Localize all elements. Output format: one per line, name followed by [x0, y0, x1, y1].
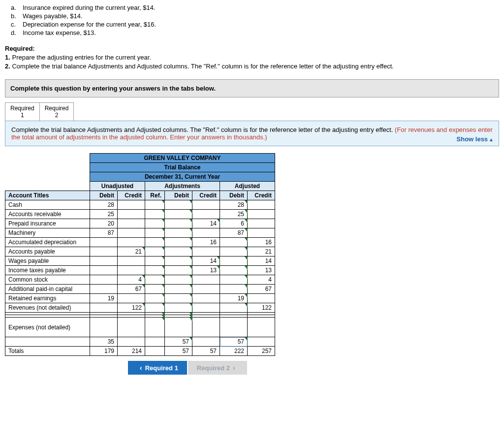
tab-required-2[interactable]: Required 2 [40, 102, 74, 121]
cell[interactable] [220, 275, 248, 285]
cell[interactable] [220, 303, 248, 313]
cell[interactable] [220, 285, 248, 294]
cell[interactable] [192, 200, 220, 210]
cell[interactable]: 14 [248, 256, 275, 266]
cell[interactable] [118, 266, 145, 275]
cell[interactable]: 87 [90, 228, 118, 238]
cell[interactable] [248, 294, 275, 303]
show-less-toggle[interactable]: Show less▲ [457, 135, 494, 143]
cell[interactable] [165, 266, 192, 275]
cell[interactable] [165, 219, 192, 228]
cell[interactable] [248, 210, 275, 219]
cell[interactable]: 14 [192, 219, 220, 228]
cell[interactable] [192, 294, 220, 303]
cell[interactable]: 28 [220, 200, 248, 210]
cell[interactable] [192, 318, 220, 337]
cell[interactable]: 57 [192, 347, 220, 356]
cell[interactable] [192, 303, 220, 313]
cell[interactable] [145, 294, 165, 303]
cell[interactable] [248, 219, 275, 228]
cell[interactable] [118, 210, 145, 219]
cell[interactable]: 13 [192, 266, 220, 275]
cell[interactable] [145, 303, 165, 313]
cell[interactable] [145, 275, 165, 285]
cell[interactable] [165, 247, 192, 256]
cell[interactable]: 122 [248, 303, 275, 313]
cell[interactable] [118, 294, 145, 303]
cell[interactable] [90, 318, 118, 337]
cell[interactable]: 25 [220, 210, 248, 219]
cell[interactable] [145, 200, 165, 210]
cell[interactable] [165, 294, 192, 303]
cell[interactable]: 21 [248, 247, 275, 256]
cell[interactable]: 21 [118, 247, 145, 256]
cell[interactable] [90, 275, 118, 285]
cell[interactable] [165, 228, 192, 238]
cell[interactable]: 4 [248, 275, 275, 285]
cell[interactable] [90, 238, 118, 247]
cell[interactable] [248, 318, 275, 337]
cell[interactable]: 57 [165, 347, 192, 356]
cell[interactable] [118, 219, 145, 228]
cell[interactable] [165, 275, 192, 285]
tab-required-1[interactable]: Required 1 [5, 102, 40, 121]
cell[interactable]: 16 [192, 238, 220, 247]
cell[interactable] [145, 337, 165, 347]
cell[interactable]: 6 [220, 219, 248, 228]
cell[interactable]: 4 [118, 275, 145, 285]
cell[interactable] [90, 303, 118, 313]
cell[interactable]: 214 [118, 347, 145, 356]
cell[interactable] [192, 210, 220, 219]
cell[interactable] [90, 266, 118, 275]
cell[interactable] [165, 210, 192, 219]
cell[interactable] [248, 228, 275, 238]
cell[interactable]: 20 [90, 219, 118, 228]
cell[interactable] [220, 318, 248, 337]
cell[interactable] [118, 256, 145, 266]
cell[interactable]: 35 [90, 337, 118, 347]
cell[interactable] [145, 238, 165, 247]
cell[interactable] [192, 228, 220, 238]
cell[interactable]: 222 [220, 347, 248, 356]
cell[interactable]: 19 [90, 294, 118, 303]
cell[interactable] [118, 238, 145, 247]
cell[interactable] [90, 256, 118, 266]
cell[interactable]: 57 [220, 337, 248, 347]
cell[interactable] [118, 228, 145, 238]
cell[interactable]: 19 [220, 294, 248, 303]
cell[interactable]: 57 [165, 337, 192, 347]
cell[interactable] [90, 247, 118, 256]
cell[interactable]: 257 [248, 347, 275, 356]
cell[interactable] [220, 247, 248, 256]
cell[interactable]: 67 [118, 285, 145, 294]
cell[interactable]: 13 [248, 266, 275, 275]
cell[interactable] [165, 318, 192, 337]
cell[interactable] [118, 318, 145, 337]
cell[interactable] [145, 266, 165, 275]
cell[interactable] [145, 347, 165, 356]
cell[interactable] [248, 337, 275, 347]
next-button[interactable]: Required 2 › [188, 361, 247, 375]
cell[interactable]: 14 [192, 256, 220, 266]
cell[interactable]: 67 [248, 285, 275, 294]
cell[interactable] [145, 285, 165, 294]
cell[interactable] [192, 247, 220, 256]
cell[interactable] [220, 256, 248, 266]
cell[interactable] [118, 337, 145, 347]
cell[interactable] [248, 200, 275, 210]
cell[interactable] [220, 266, 248, 275]
cell[interactable] [220, 238, 248, 247]
cell[interactable]: 28 [90, 200, 118, 210]
cell[interactable] [165, 303, 192, 313]
cell[interactable] [145, 247, 165, 256]
cell[interactable] [145, 228, 165, 238]
cell[interactable]: 122 [118, 303, 145, 313]
cell[interactable] [145, 318, 165, 337]
cell[interactable] [192, 275, 220, 285]
cell[interactable] [165, 200, 192, 210]
cell[interactable] [165, 256, 192, 266]
cell[interactable] [145, 210, 165, 219]
cell[interactable]: 179 [90, 347, 118, 356]
cell[interactable] [192, 285, 220, 294]
cell[interactable] [90, 285, 118, 294]
